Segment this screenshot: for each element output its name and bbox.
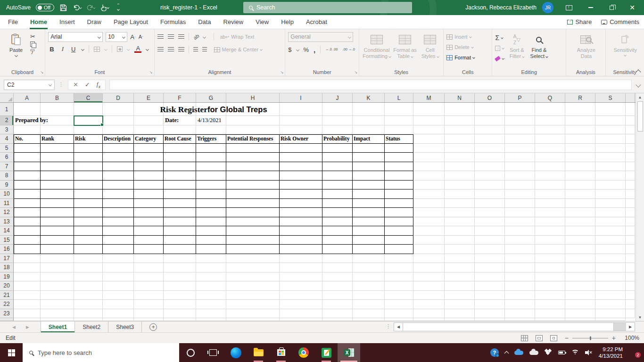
column-header-I[interactable]: I <box>280 93 322 102</box>
cell-N1[interactable] <box>445 103 475 116</box>
clear-button[interactable] <box>495 54 504 63</box>
cell-F17[interactable] <box>164 254 196 263</box>
cell-N15[interactable] <box>445 236 475 245</box>
accounting-format-icon[interactable]: $ <box>288 46 291 53</box>
cell-A8[interactable] <box>14 171 41 181</box>
column-header-B[interactable]: B <box>41 93 74 102</box>
cell-G14[interactable] <box>196 226 226 236</box>
cell-C20[interactable] <box>74 281 103 291</box>
cell-E4[interactable]: Category <box>134 134 164 144</box>
cell-S16[interactable] <box>595 245 626 254</box>
borders-icon[interactable] <box>94 47 100 52</box>
row-header-11[interactable]: 11 <box>0 199 14 208</box>
cell-F22[interactable] <box>164 300 196 309</box>
cell-F14[interactable] <box>164 226 196 236</box>
row-header-2[interactable]: 2 <box>0 116 14 125</box>
cell-R8[interactable] <box>565 171 595 181</box>
cell-C7[interactable] <box>74 162 103 172</box>
cell-P22[interactable] <box>505 300 535 309</box>
cell-R12[interactable] <box>565 208 595 217</box>
cell-I11[interactable] <box>280 199 322 208</box>
cell-P11[interactable] <box>505 199 535 208</box>
row-header-21[interactable]: 21 <box>0 291 14 300</box>
cell-Q19[interactable] <box>535 272 565 282</box>
cell-C11[interactable] <box>74 199 103 208</box>
cell-G2[interactable]: 4/13/2021 <box>196 116 226 125</box>
cell-C5[interactable] <box>74 144 103 153</box>
row-header-9[interactable]: 9 <box>0 181 14 190</box>
cell-C9[interactable] <box>74 181 103 190</box>
find-select-button[interactable]: Find &Select <box>528 31 550 59</box>
cell-K8[interactable] <box>353 171 385 181</box>
cell-I20[interactable] <box>280 281 322 291</box>
normal-view-icon[interactable] <box>521 335 528 341</box>
cell-K18[interactable] <box>353 263 385 272</box>
cell-D16[interactable] <box>103 245 134 254</box>
cell-D19[interactable] <box>103 272 134 282</box>
close-button[interactable]: ✕ <box>625 0 639 15</box>
cell-Q10[interactable] <box>535 189 565 199</box>
cell-I5[interactable] <box>280 144 322 153</box>
cell-F11[interactable] <box>164 199 196 208</box>
cell-A20[interactable] <box>14 281 41 291</box>
format-cells-button[interactable]: Format <box>446 53 475 62</box>
cell-L23[interactable] <box>385 309 413 319</box>
increase-decimal-icon[interactable]: ←.0 .00 <box>325 48 338 51</box>
cell-I7[interactable] <box>280 162 322 172</box>
cell-M12[interactable] <box>413 208 445 217</box>
cell-A9[interactable] <box>14 181 41 190</box>
cell-B23[interactable] <box>41 309 74 319</box>
cell-Q3[interactable] <box>535 125 565 135</box>
cortana-button[interactable] <box>179 343 202 362</box>
cell-M2[interactable] <box>413 116 445 125</box>
cell-I4[interactable]: Risk Owner <box>280 134 322 144</box>
cell-Q8[interactable] <box>535 171 565 181</box>
cell-B19[interactable] <box>41 272 74 282</box>
row-header-14[interactable]: 14 <box>0 226 14 236</box>
vertical-scrollbar[interactable]: ▲ ▼ <box>636 93 644 321</box>
cell-N14[interactable] <box>445 226 475 236</box>
cell-A17[interactable] <box>14 254 41 263</box>
cell-J3[interactable] <box>322 125 353 135</box>
cell-Q21[interactable] <box>535 291 565 300</box>
cell-M16[interactable] <box>413 245 445 254</box>
column-header-D[interactable]: D <box>103 93 134 102</box>
cell-L15[interactable] <box>385 236 413 245</box>
cell-Q2[interactable] <box>535 116 565 125</box>
cell-H11[interactable] <box>226 199 280 208</box>
cell-C8[interactable] <box>74 171 103 181</box>
cell-E6[interactable] <box>134 153 164 162</box>
row-header-17[interactable]: 17 <box>0 254 14 263</box>
cell-Q15[interactable] <box>535 236 565 245</box>
page-layout-view-icon[interactable] <box>536 335 543 341</box>
zoom-in-icon[interactable]: + <box>612 334 616 342</box>
cell-G21[interactable] <box>196 291 226 300</box>
cell-A21[interactable] <box>14 291 41 300</box>
cell-B11[interactable] <box>41 199 74 208</box>
cell-M3[interactable] <box>413 125 445 135</box>
cell-D20[interactable] <box>103 281 134 291</box>
cell-K22[interactable] <box>353 300 385 309</box>
column-header-S[interactable]: S <box>595 93 626 102</box>
cell-F10[interactable] <box>164 189 196 199</box>
cell-K2[interactable] <box>353 116 385 125</box>
cell-Q20[interactable] <box>535 281 565 291</box>
cell-D4[interactable]: Description <box>103 134 134 144</box>
zoom-slider[interactable] <box>572 338 608 338</box>
cell-B16[interactable] <box>41 245 74 254</box>
cancel-entry-icon[interactable]: ✕ <box>73 81 78 88</box>
cell-F6[interactable] <box>164 153 196 162</box>
cell-K17[interactable] <box>353 254 385 263</box>
cell-P6[interactable] <box>505 153 535 162</box>
cell-M11[interactable] <box>413 199 445 208</box>
cell-R19[interactable] <box>565 272 595 282</box>
column-header-J[interactable]: J <box>322 93 353 102</box>
cell-O23[interactable] <box>475 309 505 319</box>
cell-M14[interactable] <box>413 226 445 236</box>
cell-F15[interactable] <box>164 236 196 245</box>
cell-H19[interactable] <box>226 272 280 282</box>
cell-Q7[interactable] <box>535 162 565 172</box>
cell-H17[interactable] <box>226 254 280 263</box>
cell-N10[interactable] <box>445 189 475 199</box>
cell-E9[interactable] <box>134 181 164 190</box>
